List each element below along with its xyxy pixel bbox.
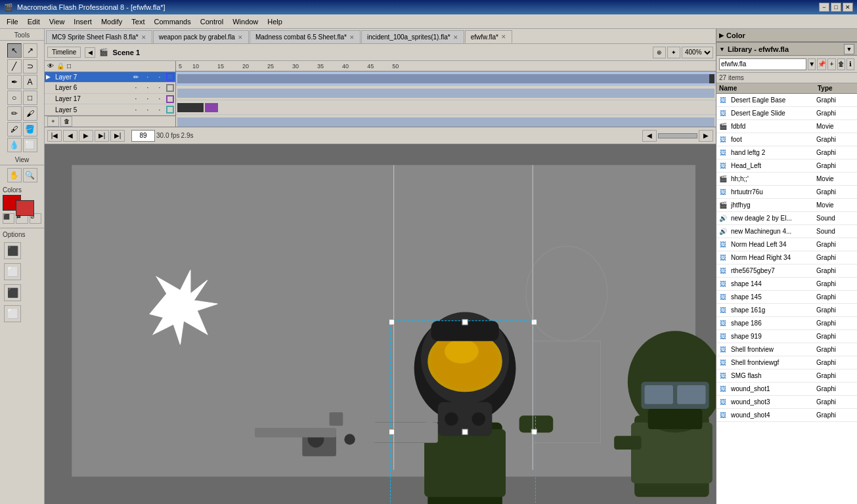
lib-item-4[interactable]: 🖼 hand leftg 2 Graphi — [716, 146, 857, 159]
close-button[interactable]: ✕ — [843, 3, 853, 12]
current-frame-input[interactable] — [131, 130, 155, 142]
step-fwd-btn[interactable]: ▶| — [95, 130, 109, 142]
paint-bucket[interactable]: 🪣 — [23, 122, 37, 136]
menu-item-modify[interactable]: Modify — [97, 16, 126, 27]
menu-item-commands[interactable]: Commands — [150, 16, 194, 27]
option-btn-4[interactable]: ⬜ — [4, 305, 21, 322]
lib-new-btn[interactable]: + — [827, 58, 835, 70]
delete-layer-btn[interactable]: 🗑 — [60, 116, 72, 127]
lib-pin-btn[interactable]: 📌 — [817, 58, 826, 70]
tab-1[interactable]: weapon pack by grabel.fla✕ — [153, 30, 249, 43]
default-colors-btn[interactable]: ⬛ — [3, 213, 14, 224]
lib-item-2[interactable]: 🎬 fdbfd Movie — [716, 120, 857, 133]
brush-tool[interactable]: 🖌 — [23, 106, 37, 121]
lib-options-btn[interactable]: ▼ — [844, 44, 854, 54]
lib-delete-btn[interactable]: 🗑 — [837, 58, 845, 70]
lib-item-8[interactable]: 🎬 jhtfhyg Movie — [716, 199, 857, 212]
lib-item-15[interactable]: 🖼 shape 145 Graphi — [716, 291, 857, 304]
tab-2[interactable]: Madness combat 6.5 Sheet.fla*✕ — [250, 30, 361, 43]
lib-item-17[interactable]: 🖼 shape 186 Graphi — [716, 317, 857, 330]
lib-item-7[interactable]: 🖼 hrtuutrr76u Graphi — [716, 186, 857, 199]
lib-item-24[interactable]: 🖼 wound_shot4 Graphi — [716, 409, 857, 422]
go-start-btn[interactable]: |◀ — [47, 130, 62, 142]
eye-icon[interactable]: 👁 — [47, 62, 54, 70]
text-tool[interactable]: A — [23, 75, 37, 89]
lib-dropdown-btn[interactable]: ▼ — [808, 58, 816, 70]
lib-item-10[interactable]: 🔊 new Machinegun 4... Sound — [716, 225, 857, 238]
layer-row-3[interactable]: Layer 5 · · · — [45, 104, 175, 116]
layer-0-eye[interactable]: ✏ — [131, 74, 141, 81]
layer-1-x[interactable]: · — [154, 84, 165, 91]
lib-item-1[interactable]: 🖼 Desert Eagle Slide Graphi — [716, 107, 857, 120]
pencil-tool[interactable]: ✏ — [7, 106, 22, 121]
lib-item-13[interactable]: 🖼 rthe5675gbey7 Graphi — [716, 264, 857, 278]
tab-close-0[interactable]: ✕ — [141, 34, 146, 41]
layer-row-0[interactable]: ▶ Layer 7 ✏ · · — [45, 72, 175, 83]
layer-row-2[interactable]: Layer 17 · · · — [45, 94, 175, 105]
layer-0-lock[interactable]: · — [154, 74, 165, 81]
layer-3-lock[interactable]: · — [143, 106, 153, 114]
layer-2-x[interactable]: · — [154, 95, 165, 102]
timeline-scroll-left[interactable]: ◀ — [642, 130, 657, 142]
eyedropper-tool[interactable]: 💧 — [7, 138, 22, 152]
lib-props-btn[interactable]: ℹ — [846, 58, 854, 70]
snap-btn[interactable]: ⊕ — [653, 47, 666, 58]
menu-item-view[interactable]: View — [45, 16, 69, 27]
outline-icon[interactable]: □ — [67, 62, 71, 70]
menu-item-edit[interactable]: Edit — [24, 16, 44, 27]
arrow-tool[interactable]: ↖ — [7, 43, 22, 58]
timeline-scrollbar[interactable] — [658, 133, 697, 138]
go-end-btn[interactable]: ▶| — [110, 130, 125, 142]
color-panel-header[interactable]: ▶ Color — [716, 29, 857, 42]
menu-item-window[interactable]: Window — [229, 16, 262, 27]
lib-item-5[interactable]: 🖼 Head_Left Graphi — [716, 159, 857, 173]
hand-tool[interactable]: ✋ — [7, 168, 22, 182]
lib-item-11[interactable]: 🖼 Norm Head Left 34 Graphi — [716, 238, 857, 251]
lib-item-19[interactable]: 🖼 Shell frontview Graphi — [716, 343, 857, 356]
lib-item-20[interactable]: 🖼 Shell frontviewgf Graphi — [716, 356, 857, 369]
menu-item-file[interactable]: File — [3, 16, 22, 27]
lib-item-23[interactable]: 🖼 wound_shot3 Graphi — [716, 396, 857, 409]
layer-1-lock[interactable]: · — [143, 84, 153, 91]
option-btn-1[interactable]: ⬛ — [4, 242, 21, 259]
lasso-tool[interactable]: ⊃ — [23, 59, 37, 74]
option-btn-2[interactable]: ⬜ — [4, 263, 21, 280]
layer-3-vis[interactable]: · — [131, 106, 141, 114]
window-controls[interactable]: − □ ✕ — [819, 3, 853, 12]
lib-item-3[interactable]: 🖼 foot Graphi — [716, 133, 857, 146]
scene-nav-prev[interactable]: ◀ — [85, 47, 95, 58]
zoom-select[interactable]: 400%200%100%50% — [682, 47, 713, 58]
tab-0[interactable]: MC9 Sprite Sheet Flash 8.fla*✕ — [46, 30, 152, 43]
ink-bottle[interactable]: 🖋 — [7, 122, 22, 136]
lib-item-9[interactable]: 🔊 new deagle 2 by El... Sound — [716, 212, 857, 225]
lib-item-14[interactable]: 🖼 shape 144 Graphi — [716, 278, 857, 291]
timeline-button[interactable]: Timeline — [47, 47, 81, 58]
tab-close-3[interactable]: ✕ — [453, 34, 458, 41]
layer-2-lock[interactable]: · — [143, 95, 153, 102]
lib-filename-input[interactable] — [719, 58, 806, 70]
lib-item-12[interactable]: 🖼 Norm Head Right 34 Graphi — [716, 251, 857, 264]
timeline-scroll-right[interactable]: ▶ — [699, 130, 713, 142]
fill-color-swatch[interactable] — [16, 200, 34, 216]
tab-close-4[interactable]: ✕ — [501, 33, 506, 40]
layer-3-x[interactable]: · — [154, 106, 165, 114]
oval-tool[interactable]: ○ — [7, 91, 22, 105]
menu-item-insert[interactable]: Insert — [70, 16, 96, 27]
step-back-btn[interactable]: ◀ — [63, 130, 77, 142]
lock-icon[interactable]: 🔒 — [56, 62, 64, 70]
add-layer-btn[interactable]: + — [47, 116, 59, 127]
lib-item-16[interactable]: 🖼 shape 161g Graphi — [716, 304, 857, 317]
lib-item-0[interactable]: 🖼 Desert Eagle Base Graphi — [716, 94, 857, 107]
line-tool[interactable]: ╱ — [7, 59, 22, 74]
lib-item-6[interactable]: 🎬 hh;h;;' Movie — [716, 173, 857, 186]
rect-tool[interactable]: □ — [23, 91, 37, 105]
maximize-button[interactable]: □ — [831, 3, 841, 12]
tab-3[interactable]: incident_100a_sprites(1).fla*✕ — [361, 30, 464, 43]
layer-2-vis[interactable]: · — [131, 95, 141, 102]
menu-item-help[interactable]: Help — [263, 16, 286, 27]
lib-item-22[interactable]: 🖼 wound_shot1 Graphi — [716, 383, 857, 396]
pen-tool[interactable]: ✒ — [7, 75, 22, 89]
smooth-btn[interactable]: ✦ — [667, 47, 680, 58]
lib-item-21[interactable]: 🖼 SMG flash Graphi — [716, 369, 857, 383]
eraser-tool[interactable]: ⬜ — [23, 138, 37, 152]
